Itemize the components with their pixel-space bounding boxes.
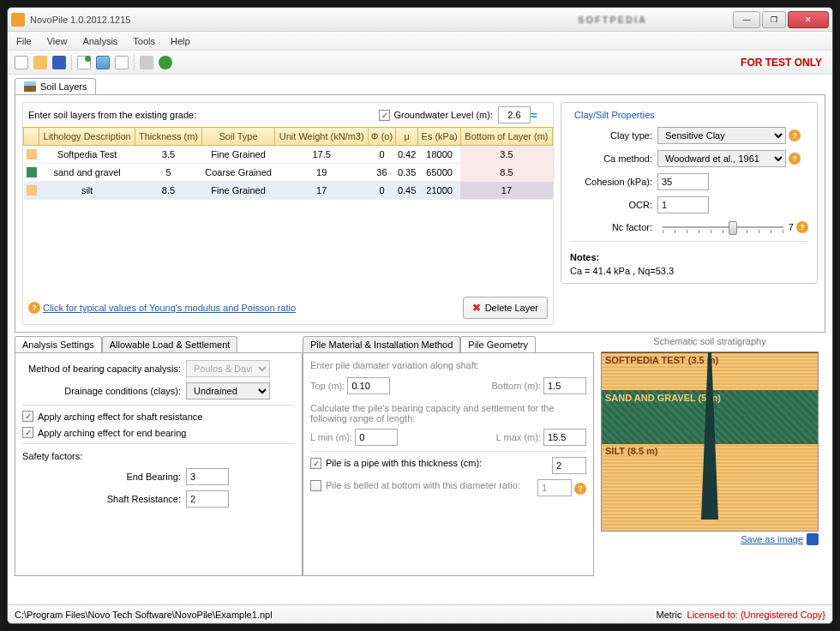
tab-allowable-load[interactable]: Allowable Load & Settlement xyxy=(102,336,238,352)
safety-factors-title: Safety factors: xyxy=(22,451,295,461)
belled-ratio-input[interactable] xyxy=(537,479,572,496)
belled-checkbox[interactable]: Pile is belled at bottom with this diame… xyxy=(310,480,520,491)
notes-text: Ca = 41.4 kPa , Nq=53.3 xyxy=(570,266,808,276)
clay-type-label: Clay type: xyxy=(570,130,652,141)
units-label: Metric xyxy=(656,610,681,620)
open-icon[interactable] xyxy=(33,56,47,69)
menu-file[interactable]: File xyxy=(16,36,32,46)
table-icon[interactable] xyxy=(96,56,110,69)
app-icon xyxy=(11,13,25,27)
col-lithology[interactable]: Lithology Description xyxy=(39,128,135,146)
delete-layer-button[interactable]: ✖ Delete Layer xyxy=(463,297,548,319)
tab-pile-geometry[interactable]: Pile Geometry xyxy=(460,336,536,352)
diameter-intro: Enter pile diamater variation along shaf… xyxy=(310,360,586,370)
clay-type-select[interactable]: Sensitive Clay xyxy=(657,127,786,144)
groundwater-label: Groundwater Level (m): xyxy=(393,110,493,120)
ocr-input[interactable] xyxy=(657,196,709,213)
new-icon[interactable] xyxy=(15,56,28,69)
ca-method-select[interactable]: Woodward et al., 1961 xyxy=(657,150,786,167)
window-controls: — ❐ ✕ xyxy=(733,11,829,28)
stratigraphy-panel: Schematic soil stratigraphy SOFTPEDIA TE… xyxy=(594,336,825,576)
save-as-image-link[interactable]: Save as image xyxy=(741,534,803,544)
clay-silt-title: Clay/Silt Properties xyxy=(572,110,657,120)
tab-pile-material[interactable]: Pile Material & Installation Method xyxy=(303,336,460,352)
col-es[interactable]: Es (kPa) xyxy=(418,128,460,146)
stratigraphy-diagram: SOFTPEDIA TEST (3.5 m) SAND AND GRAVEL (… xyxy=(601,352,819,532)
disk-icon[interactable] xyxy=(807,533,819,545)
groundwater-input[interactable] xyxy=(498,106,531,123)
water-icon: ≈ xyxy=(531,108,548,122)
tab-analysis-settings[interactable]: Analysis Settings xyxy=(15,336,102,352)
menu-help[interactable]: Help xyxy=(171,36,190,46)
bottom-label: Bottom (m): xyxy=(491,381,540,391)
table-row[interactable]: silt8.5Fine Grained1700.452100017 xyxy=(24,182,553,200)
cohesion-input[interactable] xyxy=(657,173,709,190)
method-label: Method of bearing capacity analysis: xyxy=(22,364,181,374)
file-path: C:\Program Files\Novo Tech Software\Novo… xyxy=(15,610,656,620)
cohesion-label: Cohesion (kPa): xyxy=(570,177,652,187)
top-label: Top (m): xyxy=(310,381,345,391)
length-intro: Calculate the pile's bearing capacity an… xyxy=(310,403,586,424)
table-row[interactable]: Softpedia Test3.5Fine Grained17.500.4218… xyxy=(24,146,553,164)
menu-view[interactable]: View xyxy=(47,36,68,46)
top-input[interactable] xyxy=(347,377,390,394)
pile-geometry-panel: Pile Material & Installation Method Pile… xyxy=(303,336,594,576)
arching-shaft-checkbox[interactable]: ✓Apply arching effect for shaft resistan… xyxy=(22,411,295,422)
pipe-thickness-input[interactable] xyxy=(552,457,586,474)
end-bearing-input[interactable] xyxy=(186,468,229,485)
print-icon[interactable] xyxy=(140,56,153,69)
delete-layer-label: Delete Layer xyxy=(485,303,538,313)
menu-tools[interactable]: Tools xyxy=(133,36,155,46)
groundwater-checkbox[interactable]: ✓ Groundwater Level (m): xyxy=(379,110,493,121)
toolbar: FOR TEST ONLY xyxy=(8,51,832,75)
help-icon[interactable]: ? xyxy=(789,153,801,165)
tab-soil-layers[interactable]: Soil Layers xyxy=(15,78,96,94)
analysis-settings-panel: Analysis Settings Allowable Load & Settl… xyxy=(15,336,303,576)
help-icon[interactable]: ? xyxy=(574,483,586,495)
youngs-modulus-link[interactable]: Click for typical values of Young's modu… xyxy=(43,303,296,313)
col-bottom[interactable]: Bottom of Layer (m) xyxy=(460,128,552,146)
titlebar[interactable]: NovoPile 1.0.2012.1215 SOFTPEDIA — ❐ ✕ xyxy=(8,8,832,32)
table-row[interactable]: sand and gravel5Coarse Grained19360.3565… xyxy=(24,164,553,182)
menu-analysis[interactable]: Analysis xyxy=(82,36,117,46)
lmax-input[interactable] xyxy=(543,429,586,446)
help-icon[interactable]: ? xyxy=(28,302,40,314)
nc-factor-slider[interactable] xyxy=(663,219,783,235)
license-value: {Unregistered Copy} xyxy=(741,610,825,620)
export-icon[interactable] xyxy=(77,56,91,69)
soil-layers-instruction: Enter soil layers from the existing grad… xyxy=(28,110,379,120)
soil-layers-table: Lithology Description Thickness (m) Soil… xyxy=(23,127,553,200)
statusbar: C:\Program Files\Novo Tech Software\Novo… xyxy=(8,604,832,623)
arching-end-checkbox[interactable]: ✓Apply arching effect for end bearing xyxy=(22,427,295,438)
main-tabs: Soil Layers xyxy=(15,78,825,94)
col-unit-weight[interactable]: Unit Weight (kN/m3) xyxy=(275,128,369,146)
clay-silt-panel: Clay/Silt Properties Clay type:Sensitive… xyxy=(561,102,818,325)
shaft-resistance-label: Shaft Resistance: xyxy=(22,494,181,504)
close-button[interactable]: ✕ xyxy=(788,11,829,28)
drainage-label: Drainage conditions (clays): xyxy=(22,386,181,396)
tab-soil-layers-label: Soil Layers xyxy=(40,81,87,92)
save-icon[interactable] xyxy=(52,56,66,69)
col-thickness[interactable]: Thickness (m) xyxy=(135,128,202,146)
col-soil-type[interactable]: Soil Type xyxy=(201,128,275,146)
maximize-button[interactable]: ❐ xyxy=(762,11,786,28)
minimize-button[interactable]: — xyxy=(733,11,760,28)
layers-icon xyxy=(24,81,36,92)
help-icon[interactable]: ? xyxy=(796,221,808,233)
chart-icon[interactable] xyxy=(115,56,129,69)
notes-title: Notes: xyxy=(570,252,808,262)
main-content: Soil Layers Enter soil layers from the e… xyxy=(8,75,832,604)
drainage-select[interactable]: Undrained xyxy=(186,382,270,400)
lmin-input[interactable] xyxy=(355,429,398,446)
col-phi[interactable]: Φ (o) xyxy=(369,128,396,146)
status-icon[interactable] xyxy=(159,56,172,69)
menubar: File View Analysis Tools Help xyxy=(8,32,832,51)
help-icon[interactable]: ? xyxy=(789,129,801,141)
shaft-resistance-input[interactable] xyxy=(186,490,229,508)
bottom-input[interactable] xyxy=(543,377,586,394)
svg-marker-0 xyxy=(701,352,718,520)
pipe-checkbox[interactable]: ✓Pile is a pipe with this thickness (cm)… xyxy=(310,458,482,469)
col-mu[interactable]: μ xyxy=(395,128,418,146)
lmin-label: L min (m): xyxy=(310,432,352,442)
app-window: NovoPile 1.0.2012.1215 SOFTPEDIA — ❐ ✕ F… xyxy=(7,7,833,624)
